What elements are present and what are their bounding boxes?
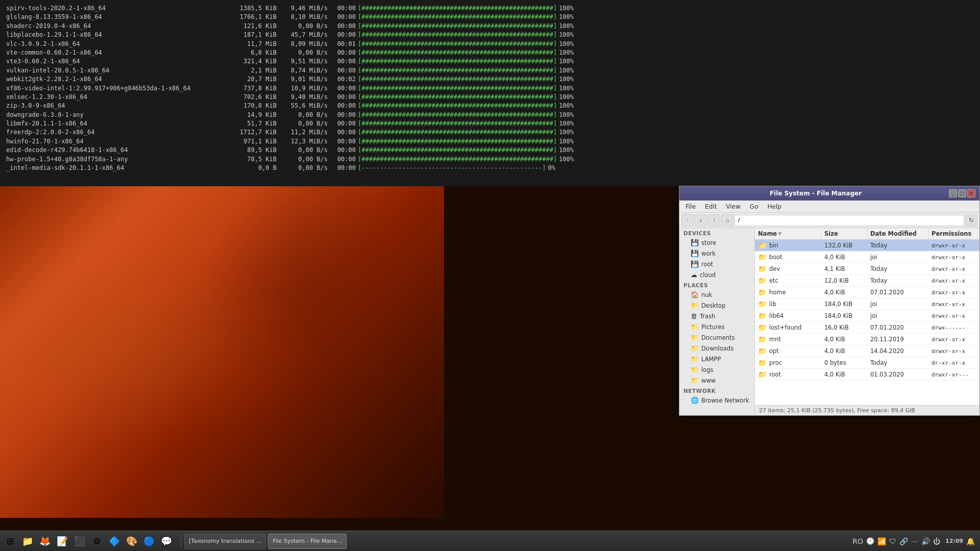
sidebar-item-work[interactable]: 💾work [680,248,753,259]
col-name[interactable]: Name ▼ [755,228,821,239]
file-date: 07.01.2020 [867,322,928,333]
taxonomy-task[interactable]: [Taxonomy translations ... [184,534,266,549]
col-date[interactable]: Date Modified [867,228,928,239]
table-row[interactable]: 📁boot4,0 KiBjoidrwxr-xr-x [755,252,979,263]
folder-icon: 📁 [758,347,767,355]
discord-app[interactable]: 💬 [158,533,175,549]
path-input[interactable] [734,215,964,226]
menu-help[interactable]: Help [763,202,785,211]
file-date: 07.01.2020 [867,287,928,297]
sidebar-devices-header: DEVICES [679,228,754,237]
sidebar-item-cloud[interactable]: ☁cloud [680,269,753,280]
table-row[interactable]: 📁lost+found16,0 KiB07.01.2020drwx------ [755,322,979,334]
terminal-line: vte3-0.60.2-1-x86_64321,4 KiB9,51 MiB/s0… [6,57,974,66]
chromium-app[interactable]: 🔵 [141,533,157,549]
tray-clock: 🕐 [866,537,874,545]
file-name: dev [769,265,780,272]
tray-link: 🔗 [899,537,908,545]
close-button[interactable]: ✕ [967,189,975,197]
file-permissions: drwxr-xr-x [928,346,979,356]
fm-main: Name ▼ Size Date Modified Permissions 📁b… [755,228,979,415]
fm-table-header: Name ▼ Size Date Modified Permissions [755,228,979,240]
files-app[interactable]: 📁 [19,533,36,549]
file-size: 4,0 KiB [821,346,867,356]
tray-dots: ⋯ [911,537,918,545]
sidebar-item-store[interactable]: 💾store [680,237,753,248]
terminal-line: vte-common-0.60.2-1-x86_646,8 KiB0,00 B/… [6,48,974,57]
menu-view[interactable]: View [722,202,744,211]
file-size: 4,0 KiB [821,334,867,344]
file-permissions: drwxr-xr-x [928,311,979,321]
minimize-button[interactable]: _ [949,189,957,197]
folder-icon: 📁 [758,370,767,379]
sidebar-item-trash[interactable]: 🗑Trash [680,311,753,321]
file-permissions: drwxr-xr--- [928,370,979,380]
folder-icon: 📁 [758,335,767,343]
file-date: joi [867,252,928,262]
table-row[interactable]: 📁etc12,0 KiBTodaydrwxr-xr-x [755,275,979,287]
table-row[interactable]: 📁proc0 bytesTodaydr-xr-xr-x [755,357,979,369]
forward-button[interactable]: › [695,214,707,227]
terminal-line: _intel-media-sdk-20.1.1-1-x86_640,0 B0,0… [6,164,974,172]
fm-toolbar: ‹ › ↑ ⌂ ↻ [679,213,979,228]
sidebar-item-documents[interactable]: 📁Documents [680,332,753,343]
sidebar-item-logs[interactable]: 📁logs [680,364,753,375]
sidebar-item-nuk[interactable]: 🏠nuk [680,289,753,300]
fm-title: File System - File Manager [683,190,948,197]
file-size: 132,0 KiB [821,240,867,251]
table-row[interactable]: 📁home4,0 KiB07.01.2020drwxr-xr-x [755,287,979,298]
file-permissions: drwxr-xr-x [928,335,979,344]
table-row[interactable]: 📁bin132,0 KiBTodaydrwxr-xr-x [755,240,979,252]
tray-shield: 🛡 [889,537,896,545]
taskbar-apps: ⊞📁🦊📝⬛⚙🔷🎨🔵💬 [2,533,175,549]
sidebar-item-browse-network[interactable]: 🌐Browse Network [680,395,753,406]
table-row[interactable]: 📁mnt4,0 KiB20.11.2019drwxr-xr-x [755,334,979,345]
refresh-button[interactable]: ↻ [965,214,977,227]
sidebar-item-www[interactable]: 📁www [680,375,753,386]
maximize-button[interactable]: □ [958,189,966,197]
terminal-line: glslang-8.13.3559-1-x86_641766,1 KiB8,10… [6,13,974,21]
table-row[interactable]: 📁opt4,0 KiB14.04.2020drwxr-xr-x [755,345,979,357]
col-size[interactable]: Size [821,228,867,239]
theme-app[interactable]: 🎨 [124,533,140,549]
file-size: 0 bytes [821,358,867,368]
sidebar-item-lampp[interactable]: 📁LAMPP [680,354,753,364]
sidebar-item-root[interactable]: 💾root [680,259,753,269]
terminal-line: zip-3.0-9-x86_64170,8 KiB55,6 MiB/s00:00… [6,102,974,110]
show-desktop[interactable]: ⊞ [2,533,18,549]
file-size: 4,0 KiB [821,252,867,262]
arch-app[interactable]: 🔷 [106,533,122,549]
fm-sidebar: DEVICES💾store💾work💾root☁cloudPLACES🏠nuk📁… [679,228,755,415]
text-editor[interactable]: 📝 [54,533,70,549]
up-button[interactable]: ↑ [708,214,720,227]
table-row[interactable]: 📁root4,0 KiB01.03.2020drwxr-xr--- [755,369,979,381]
file-permissions: drwxr-xr-x [928,299,979,309]
back-button[interactable]: ‹ [681,214,694,227]
sidebar-item-downloads[interactable]: 📁Downloads [680,343,753,354]
file-size: 184,0 KiB [821,299,867,309]
col-perms[interactable]: Permissions [928,228,979,239]
folder-icon: 📁 [758,265,767,273]
table-row[interactable]: 📁dev4,1 KiBTodaydrwxr-xr-x [755,263,979,275]
menu-file[interactable]: File [681,202,700,211]
file-manager-task[interactable]: File System - File Mana... [268,534,347,549]
sidebar-item-pictures[interactable]: 📁Pictures [680,321,753,332]
browser-firefox[interactable]: 🦊 [37,533,53,549]
table-row[interactable]: 📁lib184,0 KiBjoidrwxr-xr-x [755,298,979,310]
sidebar-item-desktop[interactable]: 📁Desktop [680,300,753,311]
table-row[interactable]: 📁lib64184,0 KiBjoidrwxr-xr-x [755,310,979,322]
terminal-line: webkit2gtk-2.28.2-1-x86_6420,7 MiB9,01 M… [6,75,974,84]
terminal-app[interactable]: ⬛ [71,533,88,549]
fm-titlebar[interactable]: File System - File Manager _ □ ✕ [679,186,979,201]
file-name: root [769,371,781,378]
fm-menubar: FileEditViewGoHelp [679,201,979,213]
folder-icon: 📁 [758,359,767,367]
menu-edit[interactable]: Edit [701,202,721,211]
wallpaper [0,186,444,518]
file-size: 16,0 KiB [821,322,867,333]
home-button[interactable]: ⌂ [721,214,733,227]
file-name: etc [769,277,778,284]
menu-go[interactable]: Go [746,202,763,211]
file-permissions: dr-xr-xr-x [928,358,979,368]
settings-app[interactable]: ⚙ [89,533,105,549]
